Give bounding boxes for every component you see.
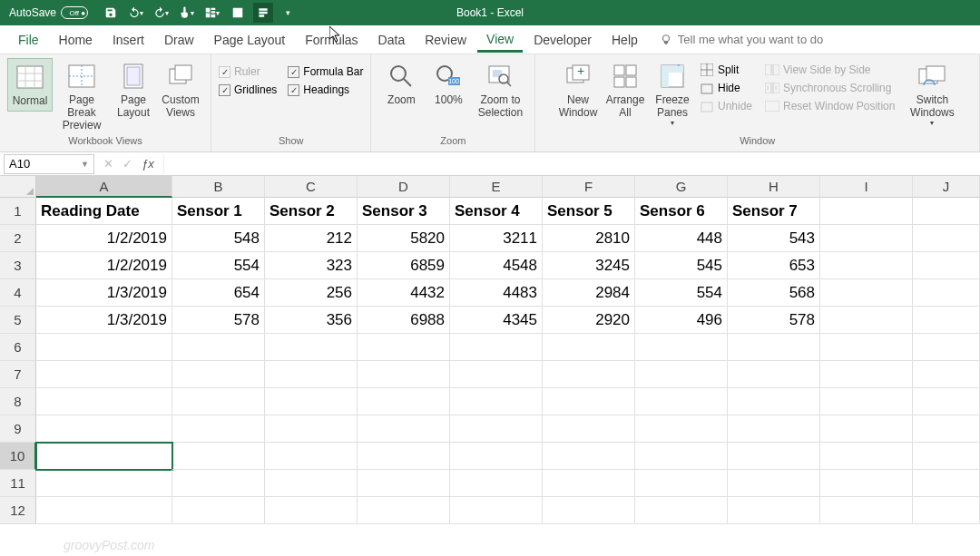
cell-E2[interactable]: 3211 xyxy=(450,225,543,252)
fx-icon[interactable]: ƒx xyxy=(142,157,154,171)
cell-B8[interactable] xyxy=(172,388,265,415)
cell-I5[interactable] xyxy=(820,307,913,334)
cell-D11[interactable] xyxy=(358,470,450,497)
cell-D10[interactable] xyxy=(358,443,450,470)
zoom-to-selection-button[interactable]: Zoom to Selection xyxy=(473,58,527,122)
cell-J4[interactable] xyxy=(913,279,980,307)
cell-I7[interactable] xyxy=(820,361,913,388)
zoom-100-button[interactable]: 100 100% xyxy=(426,58,471,110)
cell-H1[interactable]: Sensor 7 xyxy=(728,198,820,225)
cell-F7[interactable] xyxy=(543,361,635,388)
cell-E12[interactable] xyxy=(450,497,543,524)
cell-D9[interactable] xyxy=(358,415,450,443)
cell-H4[interactable]: 568 xyxy=(728,279,820,307)
cell-F6[interactable] xyxy=(543,334,635,361)
cell-G9[interactable] xyxy=(635,415,728,443)
cell-G12[interactable] xyxy=(635,497,728,524)
cell-A5[interactable]: 1/3/2019 xyxy=(36,307,172,334)
cell-A3[interactable]: 1/2/2019 xyxy=(36,252,172,279)
split-button[interactable]: Split xyxy=(697,62,755,78)
cell-B4[interactable]: 654 xyxy=(172,279,265,307)
tab-review[interactable]: Review xyxy=(416,27,475,53)
row-header-6[interactable]: 6 xyxy=(0,334,36,361)
cell-B11[interactable] xyxy=(172,470,265,497)
cell-C5[interactable]: 356 xyxy=(265,307,358,334)
cell-C1[interactable]: Sensor 2 xyxy=(265,198,358,225)
cell-A10[interactable] xyxy=(36,443,172,470)
cell-G7[interactable] xyxy=(635,361,728,388)
cell-C9[interactable] xyxy=(265,415,358,443)
cell-I11[interactable] xyxy=(820,470,913,497)
cell-A4[interactable]: 1/3/2019 xyxy=(36,279,172,307)
column-header-E[interactable]: E xyxy=(450,176,543,198)
cell-B10[interactable] xyxy=(172,443,265,470)
cell-G5[interactable]: 496 xyxy=(635,307,728,334)
row-header-4[interactable]: 4 xyxy=(0,279,36,307)
form-icon[interactable] xyxy=(253,3,273,23)
autosave-toggle[interactable]: AutoSave Off ● xyxy=(9,6,88,19)
tab-help[interactable]: Help xyxy=(603,27,647,53)
custom-views-button[interactable]: Custom Views xyxy=(158,58,203,122)
tab-formulas[interactable]: Formulas xyxy=(296,27,367,53)
cell-H2[interactable]: 543 xyxy=(728,225,820,252)
redo-icon[interactable]: ▼ xyxy=(152,3,172,23)
pivot-icon[interactable]: ▼ xyxy=(202,3,222,23)
touch-mode-icon[interactable]: ▼ xyxy=(177,3,197,23)
cell-D8[interactable] xyxy=(358,388,450,415)
tab-page-layout[interactable]: Page Layout xyxy=(205,27,295,53)
cell-D1[interactable]: Sensor 3 xyxy=(358,198,450,225)
arrange-all-button[interactable]: Arrange All xyxy=(603,58,648,122)
row-header-2[interactable]: 2 xyxy=(0,225,36,252)
save-icon[interactable] xyxy=(101,3,121,23)
cell-I2[interactable] xyxy=(820,225,913,252)
cell-C12[interactable] xyxy=(265,497,358,524)
cell-G8[interactable] xyxy=(635,388,728,415)
chart-icon[interactable] xyxy=(228,3,248,23)
tab-data[interactable]: Data xyxy=(369,27,415,53)
cell-J7[interactable] xyxy=(913,361,980,388)
row-header-5[interactable]: 5 xyxy=(0,307,36,334)
tell-me-search[interactable]: Tell me what you want to do xyxy=(660,33,823,46)
name-box-dropdown-icon[interactable]: ▼ xyxy=(81,160,89,169)
cell-H5[interactable]: 578 xyxy=(728,307,820,334)
cell-G2[interactable]: 448 xyxy=(635,225,728,252)
cell-D4[interactable]: 4432 xyxy=(358,279,450,307)
cell-E1[interactable]: Sensor 4 xyxy=(450,198,543,225)
cell-B2[interactable]: 548 xyxy=(172,225,265,252)
cell-I4[interactable] xyxy=(820,279,913,307)
cell-F9[interactable] xyxy=(543,415,635,443)
cell-G6[interactable] xyxy=(635,334,728,361)
cell-I1[interactable] xyxy=(820,198,913,225)
cell-A2[interactable]: 1/2/2019 xyxy=(36,225,172,252)
cell-J6[interactable] xyxy=(913,334,980,361)
cell-F1[interactable]: Sensor 5 xyxy=(543,198,635,225)
cell-D2[interactable]: 5820 xyxy=(358,225,450,252)
column-header-F[interactable]: F xyxy=(543,176,635,198)
column-header-A[interactable]: A xyxy=(36,176,172,198)
page-break-preview-button[interactable]: Page Break Preview xyxy=(54,58,109,135)
cell-A6[interactable] xyxy=(36,334,172,361)
name-box[interactable]: A10 ▼ xyxy=(4,154,94,174)
cell-C3[interactable]: 323 xyxy=(265,252,358,279)
row-header-11[interactable]: 11 xyxy=(0,470,36,497)
page-layout-button[interactable]: Page Layout xyxy=(111,58,156,122)
column-header-C[interactable]: C xyxy=(265,176,358,198)
cell-J1[interactable] xyxy=(913,198,980,225)
cell-I10[interactable] xyxy=(820,443,913,470)
cell-E11[interactable] xyxy=(450,470,543,497)
cell-J9[interactable] xyxy=(913,415,980,443)
cell-B9[interactable] xyxy=(172,415,265,443)
cell-G11[interactable] xyxy=(635,470,728,497)
cell-A9[interactable] xyxy=(36,415,172,443)
autosave-switch[interactable]: Off ● xyxy=(61,6,88,19)
cell-A12[interactable] xyxy=(36,497,172,524)
zoom-button[interactable]: Zoom xyxy=(378,58,424,110)
cell-C4[interactable]: 256 xyxy=(265,279,358,307)
row-header-12[interactable]: 12 xyxy=(0,497,36,524)
cell-J5[interactable] xyxy=(913,307,980,334)
cell-I9[interactable] xyxy=(820,415,913,443)
cell-I12[interactable] xyxy=(820,497,913,524)
cell-I3[interactable] xyxy=(820,252,913,279)
cell-E10[interactable] xyxy=(450,443,543,470)
switch-windows-button[interactable]: Switch Windows▾ xyxy=(905,58,959,131)
